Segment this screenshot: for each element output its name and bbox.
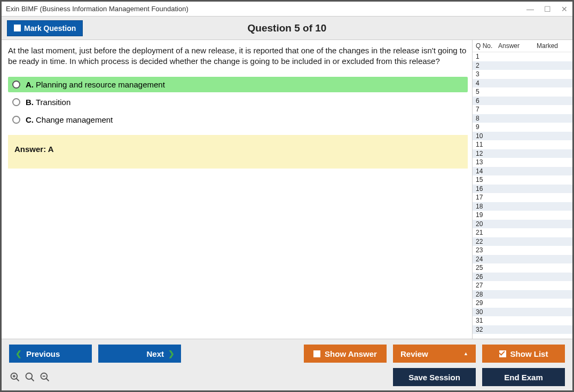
list-item[interactable]: 2 [473,61,572,70]
radio-icon [12,81,20,89]
list-item[interactable]: 27 [473,281,572,290]
list-item[interactable]: 20 [473,220,572,229]
list-item[interactable]: 15 [473,175,572,185]
list-item[interactable]: 16 [473,185,572,194]
question-counter: Question 5 of 10 [248,22,327,34]
list-item[interactable]: 32 [473,325,572,334]
svg-line-1 [17,379,19,381]
next-button[interactable]: Next ❯ [98,345,181,363]
checkbox-icon [313,350,320,357]
list-item[interactable]: 22 [473,237,572,246]
list-item[interactable]: 8 [473,114,572,123]
radio-icon [12,98,20,106]
zoom-icon[interactable] [24,371,36,383]
option-letter: B. [26,98,34,107]
zoom-controls [9,371,51,383]
window-title: Exin BIMF (Business Information Manageme… [6,5,526,13]
next-label: Next [146,349,164,358]
chevron-down-icon: ▲ [463,351,468,356]
chevron-right-icon: ❯ [168,349,175,358]
list-item[interactable]: 14 [473,167,572,176]
list-item[interactable]: 9 [473,123,572,132]
show-answer-button[interactable]: Show Answer [304,345,387,363]
list-item[interactable]: 11 [473,140,572,149]
list-item[interactable]: 12 [473,149,572,158]
list-item[interactable]: 10 [473,132,572,141]
question-list-panel: Q No. Answer Marked 12345678910111213141… [472,40,572,339]
option-a[interactable]: A.Planning and resource management [8,77,468,92]
footer-row-1: ❮ Previous Next ❯ Show Answer Review ▲ S… [9,345,565,363]
list-item[interactable]: 30 [473,308,572,317]
answer-label: Answer: A [14,145,54,154]
list-item[interactable]: 1 [473,52,572,61]
close-icon[interactable]: ✕ [561,5,568,13]
option-b[interactable]: B.Transition [8,94,468,110]
list-item[interactable]: 4 [473,79,572,88]
answer-box: Answer: A [8,135,468,169]
question-text: At the last moment, just before the depl… [8,45,468,67]
list-item[interactable]: 23 [473,246,572,255]
save-session-button[interactable]: Save Session [393,368,476,386]
option-c[interactable]: C.Change management [8,112,468,127]
list-item[interactable]: 18 [473,202,572,211]
titlebar: Exin BIMF (Business Information Manageme… [2,2,572,17]
list-item[interactable]: 3 [473,70,572,79]
svg-line-5 [32,379,34,381]
list-item[interactable]: 13 [473,158,572,167]
chevron-left-icon: ❮ [15,349,22,358]
list-item[interactable]: 28 [473,290,572,299]
list-item[interactable]: 19 [473,211,572,220]
checkbox-icon [14,25,21,31]
previous-label: Previous [26,349,60,358]
list-item[interactable]: 24 [473,255,572,264]
option-letter: C. [26,115,34,124]
review-label: Review [400,349,428,358]
option-text: Planning and resource management [36,80,165,89]
list-item[interactable]: 17 [473,193,572,202]
question-list-header: Q No. Answer Marked [473,40,572,52]
svg-point-4 [26,373,33,380]
list-item[interactable]: 26 [473,273,572,282]
end-exam-label: End Exam [504,373,543,382]
save-session-label: Save Session [408,373,460,382]
review-button[interactable]: Review ▲ [393,345,476,363]
header: Mark Question Question 5 of 10 [2,17,572,40]
checkbox-checked-icon [499,350,506,357]
option-text: Transition [36,98,70,107]
zoom-out-icon[interactable] [39,371,51,383]
footer: ❮ Previous Next ❯ Show Answer Review ▲ S… [2,339,572,390]
show-answer-label: Show Answer [325,349,377,358]
list-item[interactable]: 31 [473,316,572,325]
question-list[interactable]: 1234567891011121314151617181920212223242… [473,52,572,339]
body: At the last moment, just before the depl… [2,40,572,339]
col-answer: Answer [498,42,537,50]
show-list-button[interactable]: Show List [482,345,565,363]
maximize-icon[interactable]: ☐ [544,5,551,13]
option-text: Change management [36,115,113,124]
zoom-in-icon[interactable] [9,371,21,383]
app-window: Exin BIMF (Business Information Manageme… [0,0,574,392]
mark-question-button[interactable]: Mark Question [7,20,83,36]
col-qno: Q No. [476,42,498,50]
option-letter: A. [26,80,34,89]
radio-icon [12,116,20,124]
end-exam-button[interactable]: End Exam [482,368,565,386]
col-marked: Marked [537,42,570,50]
question-panel: At the last moment, just before the depl… [2,40,472,339]
list-item[interactable]: 7 [473,105,572,114]
list-item[interactable]: 25 [473,263,572,273]
list-item[interactable]: 21 [473,228,572,237]
list-item[interactable]: 29 [473,299,572,308]
window-controls: — ☐ ✕ [526,5,568,13]
svg-line-7 [46,379,49,381]
list-item[interactable]: 5 [473,87,572,97]
footer-row-2: Save Session End Exam [9,368,565,386]
mark-question-label: Mark Question [24,24,76,33]
minimize-icon[interactable]: — [526,5,534,13]
show-list-label: Show List [510,349,548,358]
list-item[interactable]: 6 [473,97,572,106]
previous-button[interactable]: ❮ Previous [9,345,92,363]
